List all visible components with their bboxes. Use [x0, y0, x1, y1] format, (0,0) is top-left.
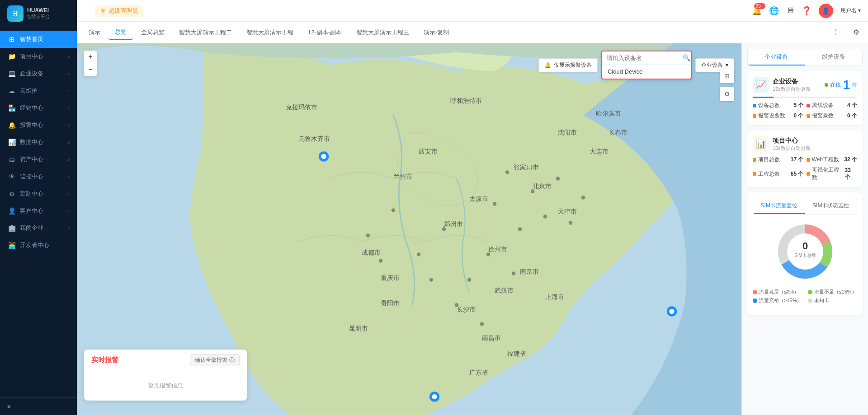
- tab-demo4[interactable]: 智慧大屏演示工程三: [350, 26, 415, 39]
- search-result-item[interactable]: Cloud Device: [602, 65, 691, 79]
- project-card-info: 项目中心 15s数据自动更新: [773, 137, 811, 152]
- tab-demo[interactable]: 演示: [82, 26, 107, 39]
- svg-point-19: [379, 259, 382, 262]
- enterprise-icon: 💻: [7, 70, 16, 77]
- project-card-header: 📊 项目中心 15s数据自动更新: [753, 136, 857, 152]
- svg-point-17: [392, 208, 395, 212]
- fullscreen-btn[interactable]: ⛶: [832, 26, 844, 39]
- enterprise-card-title: 企业设备: [773, 78, 811, 86]
- tab-sim-status[interactable]: SIM卡状态监控: [805, 198, 857, 214]
- project-stats-grid: 项目总数 17 个 Web工程数 32 个 工程总数 65 个: [753, 156, 857, 182]
- map-background[interactable]: 张家口市 北京市 天津市 太原市 郑州市 徐州市 南京市 上海市 武汉市 长沙市…: [77, 43, 741, 415]
- tab-maintenance-device[interactable]: 维护设备: [805, 49, 863, 65]
- map-layers-btn[interactable]: ⊞: [720, 69, 734, 83]
- svg-text:太原市: 太原市: [469, 195, 488, 202]
- sidebar-item-data[interactable]: 📊 数据中心 ›: [0, 134, 77, 151]
- notification-badge: 99+: [754, 3, 765, 9]
- project-arrow-icon: ›: [68, 54, 70, 59]
- svg-point-12: [442, 227, 446, 231]
- svg-text:广东省: 广东省: [469, 369, 488, 376]
- zoom-out-btn[interactable]: −: [84, 63, 97, 76]
- donut-chart: 0 SIM卡总数: [774, 220, 837, 283]
- data-arrow-icon: ›: [68, 140, 70, 145]
- tab-demo2[interactable]: 智慧大屏演示工程二: [173, 26, 238, 39]
- svg-point-7: [512, 271, 515, 275]
- tab-enterprise-device[interactable]: 企业设备: [748, 49, 805, 65]
- svg-point-20: [319, 151, 329, 161]
- sidebar-item-report[interactable]: 🔔 报警中心 ›: [0, 117, 77, 134]
- avatar[interactable]: 👤: [819, 4, 833, 18]
- zoom-in-btn[interactable]: +: [84, 51, 97, 63]
- sidebar-item-monitor[interactable]: 👁 监控中心 ›: [0, 168, 77, 185]
- logo-subtitle: 智慧云平台: [27, 14, 50, 20]
- main-content: ♛ 超级管理员 🔔 99+ 🌐 🖥 ❓ 👤 用户名 ▾ 演示 总览 全局总览 智…: [77, 0, 868, 415]
- legend-item-insufficient: 流量不足（≤15%）: [808, 289, 858, 295]
- tabs-bar-right: ⛶ ⚙: [832, 26, 863, 39]
- customer-arrow-icon: ›: [68, 209, 70, 214]
- svg-point-18: [366, 233, 370, 237]
- sidebar-item-developer[interactable]: 👨‍💻 开发者中心: [0, 237, 77, 254]
- sidebar-item-custom[interactable]: ⚙ 定制中心 ›: [0, 185, 77, 202]
- svg-text:沈阳市: 沈阳市: [558, 129, 577, 136]
- sidebar-item-dealer[interactable]: 🏪 经销中心 ›: [0, 99, 77, 117]
- svg-point-16: [480, 322, 484, 326]
- visual-engineering-stat: 可视化工程数 33 个: [807, 166, 858, 182]
- sidebar-item-project[interactable]: 📁 项目中心 ›: [0, 48, 77, 65]
- customer-icon: 👤: [7, 207, 16, 214]
- alarm-dot: [753, 114, 756, 118]
- filter-alarm-btn[interactable]: 🔔 仅显示报警设备: [538, 58, 598, 72]
- svg-text:成都市: 成都市: [362, 249, 381, 256]
- tab-democopy[interactable]: 演示-复制: [417, 26, 455, 39]
- alert-panel: 实时报警 确认全部报警 ⓘ 暂无报警信息: [84, 350, 247, 401]
- sidebar-item-enterprise[interactable]: 💻 企业设备 ›: [0, 65, 77, 82]
- content-area: 张家口市 北京市 天津市 太原市 郑州市 徐州市 南京市 上海市 武汉市 长沙市…: [77, 43, 868, 415]
- help-icon[interactable]: ❓: [802, 6, 811, 16]
- alarm-devices-stat: 报警设备数 0 个: [753, 112, 804, 120]
- settings-btn[interactable]: ⚙: [850, 26, 863, 39]
- map-zoom-controls: + −: [84, 51, 97, 76]
- total-devices-value: 5 个: [793, 102, 803, 109]
- tab-overview[interactable]: 总览: [108, 25, 133, 40]
- notification-btn[interactable]: 🔔 99+: [752, 6, 762, 16]
- project-card-subtitle: 15s数据自动更新: [773, 145, 811, 152]
- map-settings-btn[interactable]: ⚙: [720, 87, 734, 101]
- monitor2-icon[interactable]: 🖥: [786, 6, 794, 15]
- abundant-dot: [753, 298, 757, 303]
- sidebar-collapse-btn[interactable]: ≡: [0, 397, 77, 415]
- svg-point-6: [486, 252, 490, 256]
- report-arrow-icon: ›: [68, 123, 70, 128]
- sidebar-nav: ⊞ 智慧首页 📁 项目中心 › 💻 企业设备 › ☁ 云维护 › 🏪 经销中心 …: [0, 27, 77, 397]
- svg-point-13: [417, 252, 420, 256]
- depleted-dot: [753, 290, 757, 294]
- search-icon: 🔍: [683, 54, 690, 61]
- svg-text:哈尔滨市: 哈尔滨市: [596, 110, 621, 117]
- user-badge: ♛ 超级管理员: [95, 5, 143, 17]
- globe-icon[interactable]: 🌐: [769, 6, 779, 16]
- tab-copy1[interactable]: 12-副本-副本: [302, 26, 348, 39]
- cloud-arrow-icon: ›: [68, 89, 70, 93]
- confirm-all-alerts-btn[interactable]: 确认全部报警 ⓘ: [190, 354, 240, 366]
- svg-text:张家口市: 张家口市: [514, 163, 539, 171]
- project-stats-card: 📊 项目中心 15s数据自动更新 项目总数 17 个 Web工程数: [747, 131, 863, 187]
- sidebar-item-cloud[interactable]: ☁ 云维护 ›: [0, 82, 77, 99]
- sidebar-item-asset[interactable]: 🗂 资产中心 ›: [0, 151, 77, 168]
- svg-text:兰州市: 兰州市: [393, 173, 412, 180]
- custom-icon: ⚙: [7, 190, 16, 197]
- svg-text:克拉玛依市: 克拉玛依市: [286, 103, 317, 111]
- device-search-input[interactable]: [607, 55, 683, 61]
- insufficient-dot: [808, 290, 812, 294]
- sidebar-item-dashboard[interactable]: ⊞ 智慧首页: [0, 31, 77, 48]
- total-dot: [753, 104, 756, 107]
- tab-sim-traffic[interactable]: SIM卡流量监控: [753, 198, 805, 214]
- report-icon: 🔔: [7, 121, 16, 129]
- sidebar-item-myenterprise[interactable]: 🏢 我的企业 ›: [0, 219, 77, 237]
- alert-panel-body: 暂无报警信息: [84, 371, 247, 401]
- tab-demo3[interactable]: 智慧大屏演示工程: [240, 26, 300, 39]
- sidebar-item-customer[interactable]: 👤 客户中心 ›: [0, 202, 77, 219]
- username-label[interactable]: 用户名 ▾: [840, 7, 861, 14]
- donut-legend: 流量耗尽（≤0%） 流量不足（≤15%） 流量充裕（>15%） 未知卡: [753, 289, 857, 304]
- logo-title: HUAWEI: [27, 7, 50, 14]
- tab-global[interactable]: 全局总览: [135, 26, 171, 39]
- enterprise-stats-card: 📈 企业设备 15s数据自动更新 在线 1 台: [747, 71, 863, 125]
- svg-text:长沙市: 长沙市: [457, 306, 476, 313]
